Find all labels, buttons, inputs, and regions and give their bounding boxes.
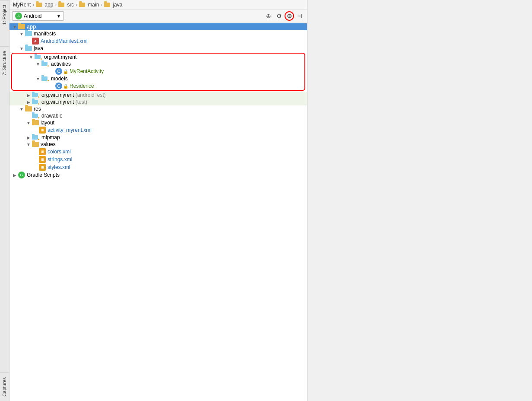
pkg-folder-icon	[35, 54, 42, 60]
tree-root-app[interactable]: app	[10, 23, 307, 30]
class-icon-residence: C	[55, 83, 62, 89]
java-tree-icon	[25, 46, 32, 51]
breadcrumb-main[interactable]: main	[79, 2, 99, 8]
project-toolbar: A Android ▼ ⊕ ⚙ ⚙ ⊣	[10, 10, 307, 22]
tree-org-wit-myrent[interactable]: org.wit.myrent	[12, 54, 304, 60]
collapse-button[interactable]: ⊣	[295, 11, 304, 21]
src-folder-icon	[58, 3, 64, 7]
mipmap-label: mipmap	[41, 134, 60, 140]
scope-button[interactable]: ⊕	[264, 11, 273, 21]
tree-java[interactable]: java	[10, 45, 307, 52]
sidebar-tab-captures[interactable]: Captures	[0, 372, 9, 401]
java-label: java	[113, 2, 122, 8]
dropdown-label: Android	[24, 13, 41, 19]
breadcrumb-app[interactable]: app	[36, 2, 53, 8]
breadcrumb-myrent[interactable]: MyRent	[13, 2, 31, 8]
breadcrumb-java[interactable]: java	[104, 2, 122, 8]
arrow-test	[25, 100, 32, 105]
test-label: org.wit.myrent (test)	[41, 99, 87, 105]
drawable-pkg-icon	[32, 113, 40, 119]
file-tree: app manifests A AndroidManifest.xml java	[10, 22, 307, 401]
arrow-activities	[35, 62, 41, 67]
tree-layout[interactable]: layout	[10, 119, 307, 126]
tree-myrentactivity[interactable]: C 🔒 MyRentActivity	[12, 67, 304, 75]
app-label: app	[44, 2, 53, 8]
activity-myrent-label: activity_myrent.xml	[48, 127, 92, 133]
tree-androidtest[interactable]: org.wit.myrent (androidTest)	[10, 92, 307, 99]
tree-androidmanifest[interactable]: A AndroidManifest.xml	[10, 37, 307, 45]
sidebar-tab-strip: 1: Project 7: Structure Captures	[0, 0, 10, 401]
tree-models[interactable]: models	[12, 75, 304, 82]
breadcrumb-src[interactable]: src	[58, 2, 74, 8]
filter-button[interactable]: ⚙	[274, 11, 284, 21]
structure-tab-label: 7: Structure	[2, 51, 7, 76]
models-pkg-icon	[41, 76, 49, 82]
arrow-models	[35, 76, 41, 81]
class-icon-activity: C	[55, 68, 62, 75]
sidebar-tab-project[interactable]: 1: Project	[0, 0, 9, 29]
arrow-res	[18, 107, 25, 111]
myrentactivity-label: MyRentActivity	[70, 68, 104, 74]
sep3: ›	[76, 2, 77, 8]
tree-styles-xml[interactable]: ⊞ styles.xml	[10, 163, 307, 171]
residence-label: Residence	[70, 83, 94, 89]
tree-res[interactable]: res	[10, 105, 307, 112]
activities-label: activities	[51, 61, 71, 67]
tree-test[interactable]: org.wit.myrent (test)	[10, 99, 307, 105]
src-label: src	[67, 2, 74, 8]
lock-icon-activity: 🔒	[63, 69, 68, 74]
xml-file-icon-styles: ⊞	[39, 164, 46, 171]
right-area: Flatten Packages Compact Empty Middle Pa…	[307, 0, 532, 401]
models-label: models	[51, 76, 68, 82]
arrow-gradle	[11, 173, 18, 178]
org-wit-label: org.wit.myrent	[44, 54, 76, 60]
drawable-label: drawable	[41, 113, 63, 119]
tree-colors-xml[interactable]: ⊞ colors.xml	[10, 148, 307, 156]
tree-activity-myrent-xml[interactable]: ⊞ activity_myrent.xml	[10, 126, 307, 134]
styles-xml-label: styles.xml	[48, 164, 70, 170]
arrow-layout	[25, 121, 32, 125]
manifests-icon	[25, 31, 32, 36]
settings-gear-button[interactable]: ⚙	[285, 11, 294, 21]
tree-residence[interactable]: C 🔒 Residence	[12, 82, 304, 90]
mipmap-pkg-icon	[32, 134, 40, 140]
arrow-org	[28, 55, 35, 60]
xml-file-icon-strings: ⊞	[39, 156, 46, 163]
layout-icon	[32, 120, 39, 125]
tree-drawable[interactable]: drawable	[10, 112, 307, 119]
java-folder-icon	[104, 3, 110, 7]
highlighted-section: org.wit.myrent activities C 🔒 MyRentActi…	[11, 53, 305, 91]
tree-strings-xml[interactable]: ⊞ strings.xml	[10, 156, 307, 163]
breadcrumb: MyRent › app › src › main › java	[10, 0, 307, 10]
tree-values[interactable]: values	[10, 141, 307, 148]
res-icon	[25, 106, 32, 111]
ide-panel: MyRent › app › src › main › java A Andro…	[10, 0, 307, 401]
android-dropdown[interactable]: A Android ▼	[12, 11, 64, 21]
arrow-manifests	[18, 32, 25, 36]
sep2: ›	[55, 2, 57, 8]
tree-manifests[interactable]: manifests	[10, 30, 307, 37]
arrow-java	[18, 46, 25, 51]
app-folder-icon	[36, 3, 42, 7]
arrow-androidtest	[25, 93, 32, 98]
androidtest-pkg-icon	[32, 92, 40, 98]
sidebar-tab-structure[interactable]: 7: Structure	[0, 46, 9, 80]
arrow-app	[11, 25, 18, 29]
dropdown-arrow: ▼	[57, 14, 61, 19]
main-folder-icon	[79, 3, 85, 7]
arrow-mipmap	[25, 135, 32, 140]
manifest-label: AndroidManifest.xml	[41, 38, 88, 44]
res-label: res	[34, 106, 41, 112]
manifests-label: manifests	[34, 31, 56, 37]
manifest-file-icon: A	[32, 38, 39, 45]
arrow-values	[25, 142, 32, 147]
activities-pkg-icon	[41, 61, 49, 67]
gradle-icon: G	[18, 172, 25, 178]
tree-mipmap[interactable]: mipmap	[10, 134, 307, 141]
lock-icon-residence: 🔒	[63, 84, 68, 89]
sep1: ›	[32, 2, 34, 8]
app-root-label: app	[27, 24, 36, 30]
tree-gradle-scripts[interactable]: G Gradle Scripts	[10, 171, 307, 179]
myrent-label: MyRent	[13, 2, 31, 8]
tree-activities[interactable]: activities	[12, 60, 304, 67]
